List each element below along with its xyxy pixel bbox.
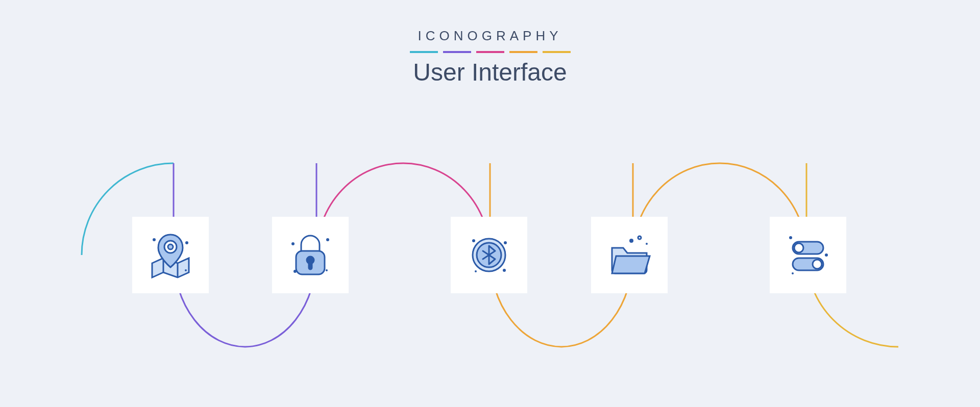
svg-point-13 — [326, 269, 328, 271]
accent-bar — [0, 51, 980, 53]
accent-seg-3 — [476, 51, 504, 53]
icon-tile-bluetooth — [451, 217, 527, 293]
page-title: User Interface — [0, 58, 980, 86]
svg-point-17 — [504, 241, 507, 244]
svg-point-18 — [475, 270, 477, 272]
header: ICONOGRAPHY User Interface — [0, 0, 980, 86]
accent-seg-5 — [543, 51, 571, 53]
svg-point-6 — [185, 269, 187, 271]
svg-point-5 — [185, 241, 188, 244]
bluetooth-icon — [464, 231, 513, 279]
svg-point-3 — [168, 244, 173, 249]
svg-point-10 — [291, 242, 295, 245]
icon-tile-lock — [272, 217, 349, 293]
lock-icon — [286, 231, 335, 279]
icon-tile-location — [132, 217, 209, 293]
accent-seg-1 — [410, 51, 438, 53]
svg-point-21 — [638, 236, 641, 239]
kicker-text: ICONOGRAPHY — [0, 28, 980, 44]
svg-point-11 — [326, 238, 329, 241]
svg-point-26 — [813, 260, 822, 269]
icon-tile-folder — [591, 217, 668, 293]
accent-seg-2 — [443, 51, 471, 53]
accent-seg-4 — [509, 51, 537, 53]
svg-point-19 — [503, 269, 506, 272]
svg-point-20 — [629, 239, 633, 243]
map-pin-icon — [146, 231, 195, 279]
svg-point-24 — [794, 243, 803, 252]
svg-point-28 — [825, 253, 828, 257]
svg-point-29 — [792, 272, 794, 274]
svg-point-27 — [789, 236, 792, 239]
wave-area — [0, 128, 980, 393]
svg-point-16 — [472, 239, 475, 242]
folder-icon — [605, 231, 654, 279]
icon-tile-toggles — [770, 217, 846, 293]
svg-rect-9 — [309, 262, 312, 269]
svg-point-22 — [646, 243, 648, 245]
svg-point-4 — [153, 238, 156, 241]
toggle-icon — [783, 231, 832, 279]
svg-point-12 — [293, 270, 297, 273]
